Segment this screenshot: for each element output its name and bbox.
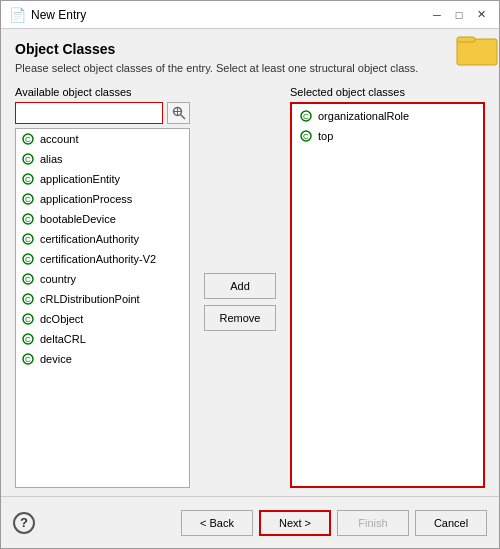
description: Please select object classes of the entr… bbox=[15, 61, 485, 76]
list-item[interactable]: Calias bbox=[16, 149, 189, 169]
window-icon: 📄 bbox=[9, 7, 25, 23]
svg-text:C: C bbox=[25, 355, 31, 364]
list-item[interactable]: Caccount bbox=[16, 129, 189, 149]
close-button[interactable]: ✕ bbox=[471, 5, 491, 25]
search-input[interactable] bbox=[15, 102, 163, 124]
bottom-bar: ? < Back Next > Finish Cancel bbox=[1, 496, 499, 548]
svg-text:C: C bbox=[25, 335, 31, 344]
list-item[interactable]: Ctop bbox=[294, 126, 481, 146]
bottom-right: < Back Next > Finish Cancel bbox=[181, 510, 487, 536]
list-item[interactable]: CbootableDevice bbox=[16, 209, 189, 229]
search-icon bbox=[172, 106, 186, 120]
search-button[interactable] bbox=[167, 102, 190, 124]
remove-button[interactable]: Remove bbox=[204, 305, 276, 331]
list-item[interactable]: CdcObject bbox=[16, 309, 189, 329]
svg-text:C: C bbox=[25, 195, 31, 204]
list-item[interactable]: CcertificationAuthority-V2 bbox=[16, 249, 189, 269]
folder-icon bbox=[455, 29, 499, 70]
svg-text:C: C bbox=[303, 132, 309, 141]
minimize-button[interactable]: ─ bbox=[427, 5, 447, 25]
list-item[interactable]: CcRLDistributionPoint bbox=[16, 289, 189, 309]
svg-text:C: C bbox=[25, 275, 31, 284]
available-panel: Available object classes CaccountCaliasC… bbox=[15, 86, 190, 488]
bottom-left: ? bbox=[13, 512, 35, 534]
svg-text:C: C bbox=[303, 112, 309, 121]
list-item[interactable]: CorganizationalRole bbox=[294, 106, 481, 126]
list-item[interactable]: CapplicationEntity bbox=[16, 169, 189, 189]
svg-rect-1 bbox=[457, 37, 475, 42]
class-icon: C bbox=[20, 191, 36, 207]
selected-panel-label: Selected object classes bbox=[290, 86, 485, 98]
list-item[interactable]: Cdevice bbox=[16, 349, 189, 369]
list-item[interactable]: Ccountry bbox=[16, 269, 189, 289]
class-icon: C bbox=[20, 351, 36, 367]
class-icon: C bbox=[20, 211, 36, 227]
svg-text:C: C bbox=[25, 135, 31, 144]
add-button[interactable]: Add bbox=[204, 273, 276, 299]
svg-text:C: C bbox=[25, 215, 31, 224]
available-panel-label: Available object classes bbox=[15, 86, 190, 98]
next-button[interactable]: Next > bbox=[259, 510, 331, 536]
title-bar: 📄 New Entry ─ □ ✕ bbox=[1, 1, 499, 29]
title-bar-left: 📄 New Entry bbox=[9, 7, 86, 23]
back-button[interactable]: < Back bbox=[181, 510, 253, 536]
class-icon: C bbox=[20, 251, 36, 267]
selected-panel: Selected object classes CorganizationalR… bbox=[290, 86, 485, 488]
list-item[interactable]: CdeltaCRL bbox=[16, 329, 189, 349]
list-item[interactable]: CcertificationAuthority bbox=[16, 229, 189, 249]
selected-list-box[interactable]: CorganizationalRoleCtop bbox=[290, 102, 485, 488]
svg-text:C: C bbox=[25, 155, 31, 164]
class-icon: C bbox=[298, 128, 314, 144]
content-area: Object Classes Please select object clas… bbox=[1, 29, 499, 496]
svg-line-3 bbox=[180, 115, 185, 120]
class-icon: C bbox=[20, 291, 36, 307]
cancel-button[interactable]: Cancel bbox=[415, 510, 487, 536]
available-list-box[interactable]: CaccountCaliasCapplicationEntityCapplica… bbox=[15, 128, 190, 488]
class-icon: C bbox=[20, 151, 36, 167]
svg-text:C: C bbox=[25, 175, 31, 184]
help-button[interactable]: ? bbox=[13, 512, 35, 534]
svg-text:C: C bbox=[25, 315, 31, 324]
section-title: Object Classes bbox=[15, 41, 485, 57]
finish-button[interactable]: Finish bbox=[337, 510, 409, 536]
class-icon: C bbox=[20, 311, 36, 327]
main-window: 📄 New Entry ─ □ ✕ Object Classes Please … bbox=[0, 0, 500, 549]
search-row bbox=[15, 102, 190, 124]
class-icon: C bbox=[20, 131, 36, 147]
class-icon: C bbox=[20, 231, 36, 247]
svg-text:C: C bbox=[25, 295, 31, 304]
window-title: New Entry bbox=[31, 8, 86, 22]
list-item[interactable]: CapplicationProcess bbox=[16, 189, 189, 209]
svg-text:C: C bbox=[25, 235, 31, 244]
svg-rect-0 bbox=[457, 39, 497, 65]
action-buttons: Add Remove bbox=[200, 86, 280, 488]
panels-row: Available object classes CaccountCaliasC… bbox=[15, 86, 485, 488]
class-icon: C bbox=[298, 108, 314, 124]
class-icon: C bbox=[20, 331, 36, 347]
class-icon: C bbox=[20, 271, 36, 287]
maximize-button[interactable]: □ bbox=[449, 5, 469, 25]
svg-text:C: C bbox=[25, 255, 31, 264]
class-icon: C bbox=[20, 171, 36, 187]
title-bar-controls: ─ □ ✕ bbox=[427, 5, 491, 25]
